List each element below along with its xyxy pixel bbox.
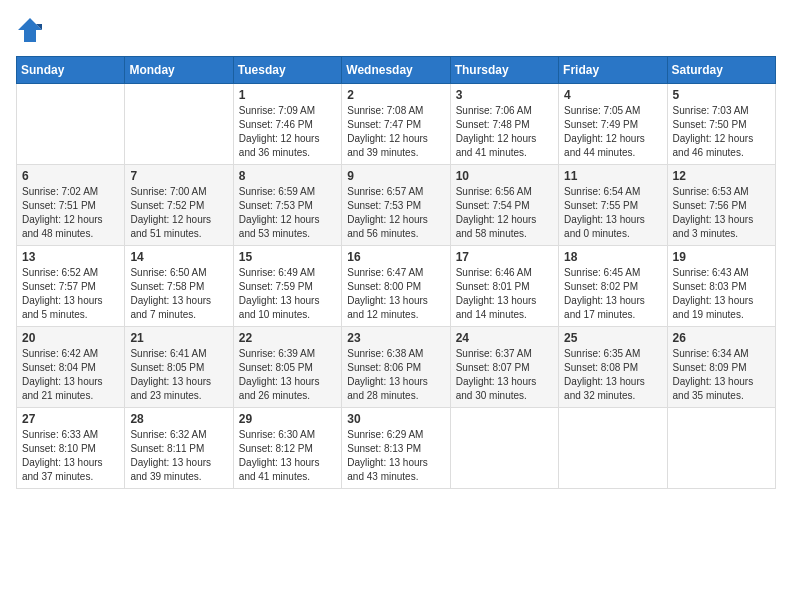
calendar-cell: 4Sunrise: 7:05 AM Sunset: 7:49 PM Daylig… [559,84,667,165]
day-number: 23 [347,331,444,345]
calendar-cell: 1Sunrise: 7:09 AM Sunset: 7:46 PM Daylig… [233,84,341,165]
day-detail: Sunrise: 6:47 AM Sunset: 8:00 PM Dayligh… [347,266,444,322]
day-number: 15 [239,250,336,264]
day-number: 29 [239,412,336,426]
calendar-cell: 12Sunrise: 6:53 AM Sunset: 7:56 PM Dayli… [667,165,775,246]
day-detail: Sunrise: 6:29 AM Sunset: 8:13 PM Dayligh… [347,428,444,484]
calendar-cell [17,84,125,165]
calendar-cell [559,408,667,489]
weekday-header-row: SundayMondayTuesdayWednesdayThursdayFrid… [17,57,776,84]
day-detail: Sunrise: 6:34 AM Sunset: 8:09 PM Dayligh… [673,347,770,403]
calendar-cell: 3Sunrise: 7:06 AM Sunset: 7:48 PM Daylig… [450,84,558,165]
calendar-week-4: 20Sunrise: 6:42 AM Sunset: 8:04 PM Dayli… [17,327,776,408]
calendar-cell: 19Sunrise: 6:43 AM Sunset: 8:03 PM Dayli… [667,246,775,327]
day-number: 12 [673,169,770,183]
day-detail: Sunrise: 7:09 AM Sunset: 7:46 PM Dayligh… [239,104,336,160]
day-detail: Sunrise: 7:08 AM Sunset: 7:47 PM Dayligh… [347,104,444,160]
calendar-cell: 13Sunrise: 6:52 AM Sunset: 7:57 PM Dayli… [17,246,125,327]
day-detail: Sunrise: 6:43 AM Sunset: 8:03 PM Dayligh… [673,266,770,322]
day-detail: Sunrise: 6:45 AM Sunset: 8:02 PM Dayligh… [564,266,661,322]
calendar-cell: 15Sunrise: 6:49 AM Sunset: 7:59 PM Dayli… [233,246,341,327]
calendar-cell: 8Sunrise: 6:59 AM Sunset: 7:53 PM Daylig… [233,165,341,246]
day-detail: Sunrise: 6:56 AM Sunset: 7:54 PM Dayligh… [456,185,553,241]
day-detail: Sunrise: 6:30 AM Sunset: 8:12 PM Dayligh… [239,428,336,484]
calendar-week-3: 13Sunrise: 6:52 AM Sunset: 7:57 PM Dayli… [17,246,776,327]
calendar-week-1: 1Sunrise: 7:09 AM Sunset: 7:46 PM Daylig… [17,84,776,165]
day-detail: Sunrise: 6:52 AM Sunset: 7:57 PM Dayligh… [22,266,119,322]
weekday-header-saturday: Saturday [667,57,775,84]
day-number: 21 [130,331,227,345]
day-detail: Sunrise: 6:41 AM Sunset: 8:05 PM Dayligh… [130,347,227,403]
day-number: 13 [22,250,119,264]
day-number: 7 [130,169,227,183]
weekday-header-tuesday: Tuesday [233,57,341,84]
calendar-cell: 29Sunrise: 6:30 AM Sunset: 8:12 PM Dayli… [233,408,341,489]
day-number: 19 [673,250,770,264]
day-detail: Sunrise: 6:49 AM Sunset: 7:59 PM Dayligh… [239,266,336,322]
logo-icon [16,16,44,44]
calendar-cell [450,408,558,489]
day-number: 14 [130,250,227,264]
day-number: 20 [22,331,119,345]
day-detail: Sunrise: 7:06 AM Sunset: 7:48 PM Dayligh… [456,104,553,160]
day-number: 30 [347,412,444,426]
page-header [16,16,776,44]
svg-marker-0 [18,18,42,42]
day-number: 17 [456,250,553,264]
day-detail: Sunrise: 6:33 AM Sunset: 8:10 PM Dayligh… [22,428,119,484]
day-detail: Sunrise: 7:00 AM Sunset: 7:52 PM Dayligh… [130,185,227,241]
day-detail: Sunrise: 6:39 AM Sunset: 8:05 PM Dayligh… [239,347,336,403]
day-detail: Sunrise: 6:37 AM Sunset: 8:07 PM Dayligh… [456,347,553,403]
calendar-cell: 11Sunrise: 6:54 AM Sunset: 7:55 PM Dayli… [559,165,667,246]
calendar-table: SundayMondayTuesdayWednesdayThursdayFrid… [16,56,776,489]
calendar-cell: 2Sunrise: 7:08 AM Sunset: 7:47 PM Daylig… [342,84,450,165]
calendar-cell: 21Sunrise: 6:41 AM Sunset: 8:05 PM Dayli… [125,327,233,408]
day-number: 6 [22,169,119,183]
calendar-cell: 30Sunrise: 6:29 AM Sunset: 8:13 PM Dayli… [342,408,450,489]
day-number: 16 [347,250,444,264]
day-detail: Sunrise: 6:35 AM Sunset: 8:08 PM Dayligh… [564,347,661,403]
day-detail: Sunrise: 7:03 AM Sunset: 7:50 PM Dayligh… [673,104,770,160]
calendar-cell: 25Sunrise: 6:35 AM Sunset: 8:08 PM Dayli… [559,327,667,408]
calendar-cell: 22Sunrise: 6:39 AM Sunset: 8:05 PM Dayli… [233,327,341,408]
day-number: 8 [239,169,336,183]
day-number: 24 [456,331,553,345]
calendar-week-2: 6Sunrise: 7:02 AM Sunset: 7:51 PM Daylig… [17,165,776,246]
calendar-cell: 20Sunrise: 6:42 AM Sunset: 8:04 PM Dayli… [17,327,125,408]
calendar-cell: 18Sunrise: 6:45 AM Sunset: 8:02 PM Dayli… [559,246,667,327]
day-detail: Sunrise: 6:54 AM Sunset: 7:55 PM Dayligh… [564,185,661,241]
day-detail: Sunrise: 6:57 AM Sunset: 7:53 PM Dayligh… [347,185,444,241]
calendar-cell: 9Sunrise: 6:57 AM Sunset: 7:53 PM Daylig… [342,165,450,246]
calendar-cell: 27Sunrise: 6:33 AM Sunset: 8:10 PM Dayli… [17,408,125,489]
calendar-cell [125,84,233,165]
day-number: 2 [347,88,444,102]
weekday-header-sunday: Sunday [17,57,125,84]
weekday-header-monday: Monday [125,57,233,84]
day-number: 25 [564,331,661,345]
day-number: 5 [673,88,770,102]
day-detail: Sunrise: 6:32 AM Sunset: 8:11 PM Dayligh… [130,428,227,484]
day-detail: Sunrise: 7:05 AM Sunset: 7:49 PM Dayligh… [564,104,661,160]
day-number: 10 [456,169,553,183]
day-number: 27 [22,412,119,426]
day-number: 9 [347,169,444,183]
day-detail: Sunrise: 6:53 AM Sunset: 7:56 PM Dayligh… [673,185,770,241]
day-number: 22 [239,331,336,345]
day-number: 28 [130,412,227,426]
calendar-cell: 17Sunrise: 6:46 AM Sunset: 8:01 PM Dayli… [450,246,558,327]
day-number: 3 [456,88,553,102]
logo [16,16,48,44]
calendar-cell [667,408,775,489]
calendar-cell: 16Sunrise: 6:47 AM Sunset: 8:00 PM Dayli… [342,246,450,327]
calendar-week-5: 27Sunrise: 6:33 AM Sunset: 8:10 PM Dayli… [17,408,776,489]
day-number: 1 [239,88,336,102]
calendar-cell: 24Sunrise: 6:37 AM Sunset: 8:07 PM Dayli… [450,327,558,408]
day-number: 26 [673,331,770,345]
calendar-cell: 6Sunrise: 7:02 AM Sunset: 7:51 PM Daylig… [17,165,125,246]
day-detail: Sunrise: 6:46 AM Sunset: 8:01 PM Dayligh… [456,266,553,322]
day-detail: Sunrise: 6:42 AM Sunset: 8:04 PM Dayligh… [22,347,119,403]
calendar-cell: 26Sunrise: 6:34 AM Sunset: 8:09 PM Dayli… [667,327,775,408]
day-detail: Sunrise: 6:50 AM Sunset: 7:58 PM Dayligh… [130,266,227,322]
calendar-cell: 10Sunrise: 6:56 AM Sunset: 7:54 PM Dayli… [450,165,558,246]
calendar-cell: 28Sunrise: 6:32 AM Sunset: 8:11 PM Dayli… [125,408,233,489]
